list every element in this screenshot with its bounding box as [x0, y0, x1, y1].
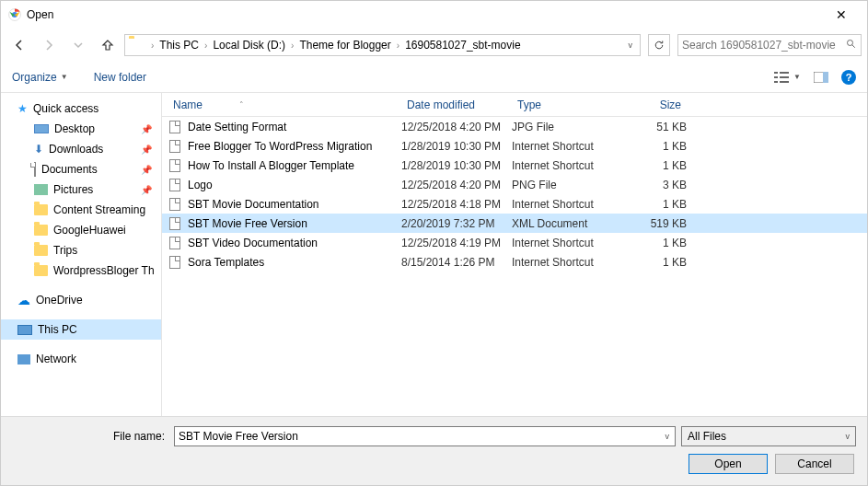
address-bar[interactable]: › This PC › Local Disk (D:) › Theme for … — [124, 34, 641, 56]
file-date: 1/28/2019 10:30 PM — [401, 159, 512, 172]
address-dropdown[interactable]: v — [625, 40, 637, 50]
preview-pane-button[interactable] — [814, 72, 828, 83]
file-type: Internet Shortcut — [512, 256, 622, 269]
sidebar-item[interactable]: ⬇Downloads📌 — [1, 139, 161, 159]
sidebar-item-label: Documents — [41, 163, 98, 176]
file-icon — [168, 236, 182, 250]
file-type: Internet Shortcut — [512, 198, 622, 211]
sidebar-label: Quick access — [33, 102, 98, 115]
file-row[interactable]: SBT Video Documentation12/25/2018 4:19 P… — [162, 233, 867, 252]
file-row[interactable]: Free Blogger To WordPress Migration1/28/… — [162, 136, 867, 156]
sidebar-quick-access[interactable]: ★Quick access — [1, 98, 161, 119]
folder-icon — [34, 225, 48, 236]
new-folder-button[interactable]: New folder — [94, 71, 146, 84]
back-button[interactable] — [6, 32, 32, 58]
sidebar-item[interactable]: Trips — [1, 240, 161, 260]
help-button[interactable]: ? — [841, 70, 856, 85]
sidebar-item-label: Pictures — [53, 183, 93, 196]
col-type-header[interactable]: Type — [512, 98, 622, 111]
newfolder-label: New folder — [94, 71, 146, 84]
sidebar-item[interactable]: WordpressBloger Th — [1, 260, 161, 281]
file-row[interactable]: Sora Templates8/15/2014 1:26 PMInternet … — [162, 252, 867, 272]
refresh-button[interactable] — [648, 34, 670, 56]
file-type: Internet Shortcut — [512, 140, 622, 153]
svg-rect-5 — [774, 81, 778, 83]
file-name: SBT Movie Free Version — [188, 217, 401, 230]
file-row[interactable]: SBT Movie Documentation12/25/2018 4:18 P… — [162, 194, 867, 214]
file-date: 12/25/2018 4:20 PM — [401, 121, 512, 133]
search-box[interactable] — [677, 34, 862, 56]
chevron-down-icon: v — [846, 432, 851, 441]
file-size: 1 KB — [622, 140, 687, 153]
file-row[interactable]: Date Setting Format12/25/2018 4:20 PMJPG… — [162, 117, 867, 136]
recent-locations-button[interactable] — [65, 32, 91, 58]
file-name: Date Setting Format — [188, 121, 401, 133]
col-date-header[interactable]: Date modified — [401, 98, 512, 111]
breadcrumb-item[interactable]: 1690581027_sbt-movie — [403, 39, 522, 52]
col-size-header[interactable]: Size — [622, 98, 687, 111]
file-date: 8/15/2014 1:26 PM — [401, 256, 512, 269]
file-size: 519 KB — [622, 217, 687, 230]
file-date: 2/20/2019 7:32 PM — [401, 217, 512, 230]
sidebar-network[interactable]: Network — [1, 349, 161, 369]
search-input[interactable] — [682, 39, 842, 52]
file-type-filter[interactable]: All Files v — [681, 426, 856, 446]
sidebar-item[interactable]: Documents📌 — [1, 159, 161, 179]
pin-icon: 📌 — [141, 165, 152, 175]
sidebar-label: Network — [36, 353, 76, 365]
pin-icon: 📌 — [141, 145, 152, 155]
breadcrumb-sep: › — [147, 40, 157, 51]
filter-label: All Files — [688, 430, 726, 443]
cloud-icon: ☁ — [17, 293, 30, 307]
sidebar-onedrive[interactable]: ☁OneDrive — [1, 290, 161, 310]
sidebar-item[interactable]: Desktop📌 — [1, 119, 161, 139]
up-button[interactable] — [95, 32, 121, 58]
breadcrumb-item[interactable]: This PC — [157, 39, 201, 52]
file-icon — [168, 197, 182, 212]
sidebar-item[interactable]: Content Streaming — [1, 200, 161, 220]
file-row[interactable]: How To Install A Blogger Template1/28/20… — [162, 156, 867, 175]
breadcrumb-item[interactable]: Local Disk (D:) — [211, 39, 287, 52]
file-name: Sora Templates — [188, 256, 401, 269]
file-type: XML Document — [512, 217, 622, 230]
filename-combo[interactable]: v — [174, 426, 676, 446]
svg-rect-8 — [780, 81, 789, 83]
toolbar: Organize▼ New folder ▼ ? — [1, 62, 867, 93]
cancel-button[interactable]: Cancel — [775, 454, 854, 474]
view-options-button[interactable]: ▼ — [774, 71, 801, 84]
file-size: 1 KB — [622, 159, 687, 172]
file-row[interactable]: SBT Movie Free Version2/20/2019 7:32 PMX… — [162, 214, 867, 233]
pin-icon: 📌 — [141, 124, 152, 134]
sidebar-item[interactable]: GoogleHuawei — [1, 220, 161, 240]
file-name: How To Install A Blogger Template — [188, 159, 401, 172]
file-date: 12/25/2018 4:18 PM — [401, 198, 512, 211]
chevron-down-icon[interactable]: v — [664, 432, 672, 441]
titlebar: Open ✕ — [1, 1, 867, 29]
sidebar-item-label: Desktop — [54, 122, 95, 135]
folder-icon — [34, 204, 48, 215]
close-button[interactable]: ✕ — [823, 7, 860, 22]
file-row[interactable]: Logo12/25/2018 4:20 PMPNG File3 KB — [162, 175, 867, 194]
file-name: Logo — [188, 179, 401, 191]
desktop-icon — [34, 124, 49, 133]
file-icon — [168, 178, 182, 192]
file-icon — [168, 255, 182, 270]
sidebar-this-pc[interactable]: This PC — [1, 319, 161, 340]
open-button[interactable]: Open — [689, 454, 768, 474]
sidebar-item-label: GoogleHuawei — [53, 224, 126, 237]
filename-input[interactable] — [179, 430, 664, 443]
sidebar-item-label: Content Streaming — [53, 203, 145, 216]
file-date: 1/28/2019 10:30 PM — [401, 140, 512, 153]
forward-button[interactable] — [36, 32, 62, 58]
file-type: Internet Shortcut — [512, 237, 622, 249]
breadcrumb-item[interactable]: Theme for Blogger — [297, 39, 392, 52]
file-name: SBT Video Documentation — [188, 237, 401, 249]
col-name-header[interactable]: Name˄ — [168, 98, 401, 111]
organize-menu[interactable]: Organize▼ — [12, 71, 68, 84]
file-type: Internet Shortcut — [512, 159, 622, 172]
downloads-icon: ⬇ — [34, 143, 43, 156]
file-rows: Date Setting Format12/25/2018 4:20 PMJPG… — [162, 117, 867, 416]
network-icon — [17, 354, 30, 364]
sidebar-item[interactable]: Pictures📌 — [1, 179, 161, 200]
file-icon — [168, 216, 182, 231]
